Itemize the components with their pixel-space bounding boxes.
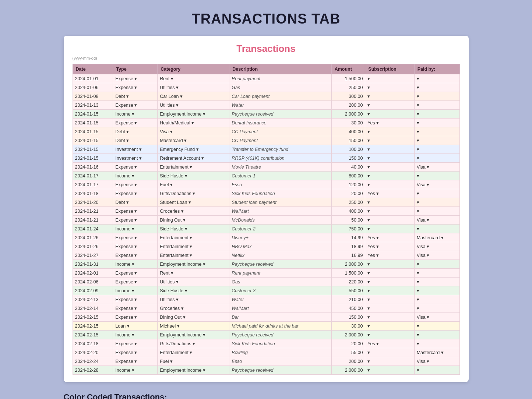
cell-subscription[interactable]: ▾ [365, 172, 414, 180]
cell-type[interactable]: Expense ▾ [113, 348, 158, 357]
cell-type[interactable]: Income ▾ [113, 172, 158, 180]
cell-category[interactable]: Side Hustle ▾ [158, 172, 229, 180]
cell-subscription[interactable]: ▾ [365, 110, 414, 119]
cell-category[interactable]: Utilities ▾ [158, 278, 229, 286]
cell-paidby[interactable]: ▾ [414, 154, 459, 163]
cell-category[interactable]: Side Hustle ▾ [158, 225, 229, 233]
cell-category[interactable]: Side Hustle ▾ [158, 286, 229, 295]
cell-paidby[interactable]: Visa ▾ [414, 251, 459, 260]
cell-subscription[interactable]: ▾ [365, 180, 414, 189]
cell-type[interactable]: Debt ▾ [113, 92, 158, 101]
cell-subscription[interactable]: ▾ [365, 313, 414, 322]
cell-category[interactable]: Fuel ▾ [158, 180, 229, 189]
cell-subscription[interactable]: Yes ▾ [365, 119, 414, 127]
cell-type[interactable]: Expense ▾ [113, 251, 158, 260]
cell-subscription[interactable]: Yes ▾ [365, 189, 414, 198]
cell-paidby[interactable]: ▾ [414, 83, 459, 92]
cell-category[interactable]: Entertainment ▾ [158, 233, 229, 242]
cell-type[interactable]: Investment ▾ [113, 154, 158, 163]
cell-subscription[interactable]: Yes ▾ [365, 251, 414, 260]
cell-subscription[interactable]: Yes ▾ [365, 339, 414, 348]
cell-paidby[interactable]: ▾ [414, 101, 459, 110]
cell-type[interactable]: Expense ▾ [113, 119, 158, 127]
cell-subscription[interactable]: ▾ [365, 154, 414, 163]
cell-category[interactable]: Student Loan ▾ [158, 198, 229, 207]
cell-paidby[interactable]: ▾ [414, 304, 459, 313]
cell-subscription[interactable]: ▾ [365, 101, 414, 110]
cell-subscription[interactable]: ▾ [365, 322, 414, 331]
cell-paidby[interactable]: ▾ [414, 331, 459, 339]
cell-type[interactable]: Expense ▾ [113, 304, 158, 313]
cell-subscription[interactable]: ▾ [365, 366, 414, 375]
cell-category[interactable]: Visa ▾ [158, 127, 229, 136]
cell-paidby[interactable]: ▾ [414, 145, 459, 154]
cell-category[interactable]: Employment income ▾ [158, 366, 229, 375]
cell-category[interactable]: Groceries ▾ [158, 304, 229, 313]
cell-type[interactable]: Expense ▾ [113, 278, 158, 286]
cell-type[interactable]: Expense ▾ [113, 339, 158, 348]
cell-subscription[interactable]: ▾ [365, 331, 414, 339]
cell-subscription[interactable]: ▾ [365, 269, 414, 278]
cell-subscription[interactable]: ▾ [365, 260, 414, 269]
cell-type[interactable]: Debt ▾ [113, 198, 158, 207]
cell-category[interactable]: Dining Out ▾ [158, 216, 229, 225]
cell-category[interactable]: Utilities ▾ [158, 101, 229, 110]
cell-subscription[interactable]: Yes ▾ [365, 242, 414, 251]
cell-category[interactable]: Gifts/Donations ▾ [158, 339, 229, 348]
cell-subscription[interactable]: ▾ [365, 145, 414, 154]
cell-subscription[interactable]: ▾ [365, 127, 414, 136]
cell-category[interactable]: Utilities ▾ [158, 295, 229, 304]
cell-category[interactable]: Health/Medical ▾ [158, 119, 229, 127]
cell-type[interactable]: Expense ▾ [113, 295, 158, 304]
cell-paidby[interactable]: ▾ [414, 339, 459, 348]
cell-type[interactable]: Expense ▾ [113, 74, 158, 83]
cell-subscription[interactable]: ▾ [365, 225, 414, 233]
cell-type[interactable]: Loan ▾ [113, 322, 158, 331]
cell-category[interactable]: Rent ▾ [158, 74, 229, 83]
cell-type[interactable]: Income ▾ [113, 366, 158, 375]
cell-paidby[interactable]: ▾ [414, 74, 459, 83]
cell-subscription[interactable]: ▾ [365, 92, 414, 101]
cell-type[interactable]: Expense ▾ [113, 189, 158, 198]
cell-category[interactable]: Employment income ▾ [158, 331, 229, 339]
cell-type[interactable]: Investment ▾ [113, 145, 158, 154]
cell-type[interactable]: Expense ▾ [113, 180, 158, 189]
cell-subscription[interactable]: ▾ [365, 348, 414, 357]
cell-type[interactable]: Expense ▾ [113, 269, 158, 278]
cell-subscription[interactable]: ▾ [365, 286, 414, 295]
cell-paidby[interactable]: ▾ [414, 225, 459, 233]
cell-category[interactable]: Michael ▾ [158, 322, 229, 331]
cell-category[interactable]: Entertainment ▾ [158, 163, 229, 172]
cell-category[interactable]: Gifts/Donations ▾ [158, 189, 229, 198]
cell-paidby[interactable]: ▾ [414, 92, 459, 101]
cell-type[interactable]: Income ▾ [113, 331, 158, 339]
cell-paidby[interactable]: Visa ▾ [414, 357, 459, 366]
cell-type[interactable]: Income ▾ [113, 260, 158, 269]
cell-paidby[interactable]: ▾ [414, 127, 459, 136]
cell-paidby[interactable]: ▾ [414, 110, 459, 119]
cell-subscription[interactable]: ▾ [365, 198, 414, 207]
cell-type[interactable]: Debt ▾ [113, 127, 158, 136]
cell-type[interactable]: Expense ▾ [113, 233, 158, 242]
cell-subscription[interactable]: ▾ [365, 136, 414, 145]
cell-subscription[interactable]: ▾ [365, 163, 414, 172]
cell-type[interactable]: Expense ▾ [113, 163, 158, 172]
cell-paidby[interactable]: ▾ [414, 119, 459, 127]
cell-category[interactable]: Groceries ▾ [158, 207, 229, 216]
cell-paidby[interactable]: Visa ▾ [414, 180, 459, 189]
cell-paidby[interactable]: ▾ [414, 295, 459, 304]
cell-paidby[interactable]: ▾ [414, 322, 459, 331]
cell-paidby[interactable]: Visa ▾ [414, 216, 459, 225]
cell-type[interactable]: Debt ▾ [113, 136, 158, 145]
cell-type[interactable]: Expense ▾ [113, 83, 158, 92]
cell-subscription[interactable]: ▾ [365, 357, 414, 366]
cell-paidby[interactable]: ▾ [414, 189, 459, 198]
cell-category[interactable]: Entertainment ▾ [158, 242, 229, 251]
cell-paidby[interactable]: ▾ [414, 207, 459, 216]
cell-category[interactable]: Employment income ▾ [158, 260, 229, 269]
cell-paidby[interactable]: ▾ [414, 260, 459, 269]
cell-category[interactable]: Mastercard ▾ [158, 136, 229, 145]
cell-type[interactable]: Income ▾ [113, 286, 158, 295]
cell-subscription[interactable]: ▾ [365, 83, 414, 92]
cell-category[interactable]: Utilities ▾ [158, 83, 229, 92]
